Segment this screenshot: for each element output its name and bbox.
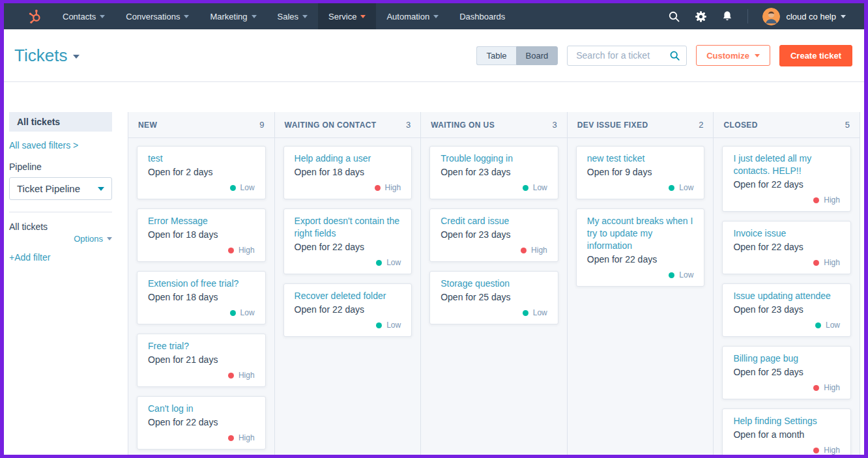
ticket-open-duration: Open for 21 days xyxy=(148,354,255,366)
priority-dot-icon xyxy=(669,272,674,278)
ticket-title-link[interactable]: Export doesn't contain the right fields xyxy=(295,215,401,240)
nav-item-sales[interactable]: Sales xyxy=(267,3,319,29)
ticket-title-link[interactable]: Error Message xyxy=(148,215,255,227)
ticket-title-link[interactable]: test xyxy=(148,152,255,165)
column-count: 5 xyxy=(845,120,850,130)
ticket-priority: High xyxy=(148,433,255,443)
customize-button[interactable]: Customize xyxy=(696,45,770,66)
main-content: All tickets All saved filters > Pipeline… xyxy=(4,82,864,455)
page-header: Tickets Table Board Customize Create tic… xyxy=(4,29,864,81)
priority-dot-icon xyxy=(228,435,234,441)
app-frame: Contacts Conversations Marketing Sales S… xyxy=(0,0,868,458)
ticket-card[interactable]: Can't log in Open for 22 days High xyxy=(137,396,266,450)
add-filter-link[interactable]: +Add filter xyxy=(9,252,112,263)
pipeline-label: Pipeline xyxy=(9,162,128,172)
priority-dot-icon xyxy=(230,185,236,191)
ticket-card[interactable]: My account breaks when I try to update m… xyxy=(576,208,705,287)
chevron-down-icon xyxy=(107,237,112,240)
ticket-priority: Low xyxy=(441,183,547,193)
ticket-card[interactable]: test Open for 2 days Low xyxy=(137,146,266,199)
pipeline-select[interactable]: Ticket Pipeline xyxy=(9,177,112,200)
ticket-title-link[interactable]: Help finding Settings xyxy=(733,415,840,427)
nav-item-service[interactable]: Service xyxy=(318,3,376,29)
ticket-card[interactable]: Storage question Open for 25 days Low xyxy=(429,271,558,324)
priority-label: Low xyxy=(386,321,401,330)
ticket-search-input[interactable] xyxy=(575,50,669,61)
notifications-bell-icon[interactable] xyxy=(721,10,733,22)
ticket-card[interactable]: Export doesn't contain the right fields … xyxy=(283,208,412,274)
create-ticket-button[interactable]: Create ticket xyxy=(779,45,852,66)
search-icon[interactable] xyxy=(669,50,680,61)
ticket-priority: Low xyxy=(587,183,694,193)
ticket-open-duration: Open for 9 days xyxy=(587,166,694,179)
ticket-title-link[interactable]: Issue updating attendee xyxy=(733,290,840,302)
ticket-card[interactable]: Billing page bug Open for 25 days High xyxy=(722,346,851,399)
priority-label: High xyxy=(385,183,401,193)
settings-gear-icon[interactable] xyxy=(695,10,707,23)
ticket-title-link[interactable]: Trouble logging in xyxy=(441,152,547,165)
ticket-title-link[interactable]: Invoice issue xyxy=(733,227,840,240)
page-title[interactable]: Tickets xyxy=(14,46,80,66)
ticket-card[interactable]: Extension of free trial? Open for 18 day… xyxy=(137,271,266,324)
priority-dot-icon xyxy=(521,248,527,253)
sidebar-item-all-tickets[interactable]: All tickets xyxy=(9,112,112,132)
priority-dot-icon xyxy=(813,197,819,203)
ticket-card[interactable]: Free trial? Open for 21 days High xyxy=(137,334,266,387)
column-cards: new test ticket Open for 9 days Low My a… xyxy=(568,138,714,455)
table-view-button[interactable]: Table xyxy=(476,46,515,65)
nav-item-marketing[interactable]: Marketing xyxy=(199,3,267,29)
priority-dot-icon xyxy=(523,310,528,316)
priority-label: Low xyxy=(533,183,547,193)
column-cards: I just deleted all my contacts. HELP!! O… xyxy=(714,138,860,455)
options-menu[interactable]: Options xyxy=(9,234,112,244)
priority-label: High xyxy=(239,433,255,443)
ticket-title-link[interactable]: Can't log in xyxy=(148,403,255,415)
ticket-open-duration: Open for 18 days xyxy=(148,291,255,304)
column-count: 2 xyxy=(699,120,703,130)
ticket-priority: High xyxy=(733,383,840,393)
ticket-card[interactable]: Issue updating attendee Open for 23 days… xyxy=(722,283,851,337)
ticket-card[interactable]: Help finding Settings Open for a month H… xyxy=(722,408,851,455)
ticket-title-link[interactable]: Storage question xyxy=(441,278,547,290)
ticket-title-link[interactable]: I just deleted all my contacts. HELP!! xyxy=(733,152,840,177)
ticket-card[interactable]: Recover deleted folder Open for 22 days … xyxy=(283,283,412,337)
priority-dot-icon xyxy=(815,322,821,328)
ticket-card[interactable]: Help adding a user Open for 18 days High xyxy=(283,146,412,199)
ticket-priority: High xyxy=(733,446,840,455)
ticket-title-link[interactable]: Credit card issue xyxy=(441,215,547,227)
ticket-card[interactable]: Trouble logging in Open for 23 days Low xyxy=(429,146,558,199)
ticket-open-duration: Open for 25 days xyxy=(733,366,840,379)
ticket-title-link[interactable]: Extension of free trial? xyxy=(148,278,255,290)
ticket-card[interactable]: I just deleted all my contacts. HELP!! O… xyxy=(722,146,851,212)
column-count: 3 xyxy=(406,120,411,130)
ticket-priority: Low xyxy=(441,308,547,318)
search-icon[interactable] xyxy=(668,10,680,23)
column-count: 9 xyxy=(259,120,264,130)
board-view-button[interactable]: Board xyxy=(516,46,558,65)
priority-dot-icon xyxy=(375,185,381,191)
ticket-title-link[interactable]: Free trial? xyxy=(148,340,255,352)
ticket-title-link[interactable]: new test ticket xyxy=(587,152,694,165)
ticket-card[interactable]: Invoice issue Open for 22 days High xyxy=(722,221,851,274)
ticket-title-link[interactable]: My account breaks when I try to update m… xyxy=(587,215,694,252)
column-header: NEW 9 xyxy=(128,112,274,138)
account-menu[interactable]: cloud co help xyxy=(762,8,846,25)
ticket-title-link[interactable]: Billing page bug xyxy=(733,352,840,365)
ticket-card[interactable]: new test ticket Open for 9 days Low xyxy=(576,146,705,199)
nav-item-dashboards[interactable]: Dashboards xyxy=(449,3,515,29)
priority-label: High xyxy=(531,246,547,255)
all-saved-filters-link[interactable]: All saved filters > xyxy=(9,140,112,150)
nav-item-contacts[interactable]: Contacts xyxy=(52,3,115,29)
ticket-card[interactable]: Error Message Open for 18 days High xyxy=(137,208,266,262)
priority-dot-icon xyxy=(523,185,528,191)
priority-dot-icon xyxy=(228,248,234,253)
ticket-title-link[interactable]: Help adding a user xyxy=(295,152,401,165)
nav-item-automation[interactable]: Automation xyxy=(376,3,449,29)
board-column: DEV ISSUE FIXED 2 new test ticket Open f… xyxy=(568,112,714,455)
user-avatar[interactable] xyxy=(762,8,780,25)
nav-item-conversations[interactable]: Conversations xyxy=(115,3,199,29)
ticket-title-link[interactable]: Recover deleted folder xyxy=(295,290,401,302)
hubspot-logo-icon[interactable] xyxy=(27,3,43,29)
ticket-priority: Low xyxy=(587,270,694,280)
ticket-card[interactable]: Credit card issue Open for 23 days High xyxy=(429,208,558,262)
